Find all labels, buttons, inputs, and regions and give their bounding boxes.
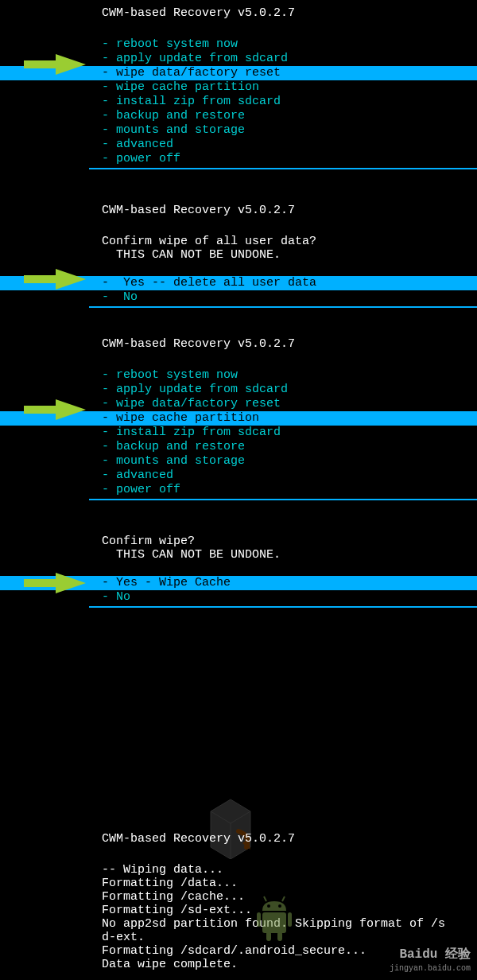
confirm-prompt: Confirm wipe? bbox=[0, 535, 477, 548]
divider bbox=[89, 168, 477, 169]
svg-rect-6 bbox=[288, 912, 292, 927]
watermark-url: jingyan.baidu.com bbox=[390, 963, 471, 974]
confirm-warning: THIS CAN NOT BE UNDONE. bbox=[0, 548, 477, 562]
svg-rect-8 bbox=[277, 931, 282, 941]
watermark-brand: Baidu 经验 bbox=[390, 947, 471, 963]
confirm-dialog-1: CWM-based Recovery v5.0.2.7 Confirm wipe… bbox=[0, 204, 477, 309]
log-line: Formatting /data... bbox=[0, 877, 477, 890]
menu-item-wipe-cache[interactable]: - wipe cache partition bbox=[0, 80, 477, 95]
arrow-indicator-icon bbox=[24, 571, 86, 595]
svg-rect-7 bbox=[266, 931, 271, 941]
log-line: -- Wiping data... bbox=[0, 863, 477, 877]
svg-point-0 bbox=[267, 904, 270, 908]
confirm-prompt: Confirm wipe of all user data? bbox=[0, 235, 477, 248]
confirm-warning: THIS CAN NOT BE UNDONE. bbox=[0, 248, 477, 262]
svg-point-1 bbox=[278, 904, 281, 908]
svg-line-3 bbox=[282, 896, 285, 901]
header-title: CWM-based Recovery v5.0.2.7 bbox=[0, 337, 477, 351]
log-line: Formatting /cache... bbox=[0, 890, 477, 904]
menu-item-reboot[interactable]: - reboot system now bbox=[0, 368, 477, 383]
header-title: CWM-based Recovery v5.0.2.7 bbox=[0, 204, 477, 217]
svg-line-2 bbox=[264, 896, 266, 901]
divider bbox=[89, 499, 477, 500]
android-icon bbox=[254, 895, 294, 943]
menu-item-advanced[interactable]: - advanced bbox=[0, 469, 477, 483]
menu-item-advanced[interactable]: - advanced bbox=[0, 138, 477, 152]
arrow-indicator-icon bbox=[24, 52, 86, 76]
menu-item-apply-update[interactable]: - apply update from sdcard bbox=[0, 383, 477, 397]
arrow-indicator-icon bbox=[24, 398, 86, 422]
log-line: No app2sd partition found. Skipping form… bbox=[0, 917, 477, 931]
menu-item-backup[interactable]: - backup and restore bbox=[0, 109, 477, 123]
baidu-watermark: Baidu 经验 jingyan.baidu.com bbox=[390, 947, 471, 974]
divider bbox=[89, 306, 477, 308]
arrow-indicator-icon bbox=[24, 267, 86, 291]
menu-item-mounts[interactable]: - mounts and storage bbox=[0, 123, 477, 138]
menu-item-reboot[interactable]: - reboot system now bbox=[0, 37, 477, 52]
menu-item-mounts[interactable]: - mounts and storage bbox=[0, 454, 477, 469]
confirm-no[interactable]: - No bbox=[0, 290, 477, 305]
menu-item-backup[interactable]: - backup and restore bbox=[0, 440, 477, 454]
header-title: CWM-based Recovery v5.0.2.7 bbox=[0, 832, 477, 846]
svg-rect-4 bbox=[262, 912, 286, 933]
divider bbox=[89, 606, 477, 608]
menu-item-install-zip[interactable]: - install zip from sdcard bbox=[0, 426, 477, 440]
header-title: CWM-based Recovery v5.0.2.7 bbox=[0, 6, 477, 20]
svg-rect-5 bbox=[257, 912, 261, 927]
menu-item-power-off[interactable]: - power off bbox=[0, 152, 477, 166]
menu-item-power-off[interactable]: - power off bbox=[0, 483, 477, 497]
menu-item-install-zip[interactable]: - install zip from sdcard bbox=[0, 95, 477, 109]
log-line: Formatting /sd-ext... bbox=[0, 904, 477, 917]
recovery-menu-1: CWM-based Recovery v5.0.2.7 - reboot sys… bbox=[0, 6, 477, 171]
log-line: d-ext. bbox=[0, 931, 477, 944]
